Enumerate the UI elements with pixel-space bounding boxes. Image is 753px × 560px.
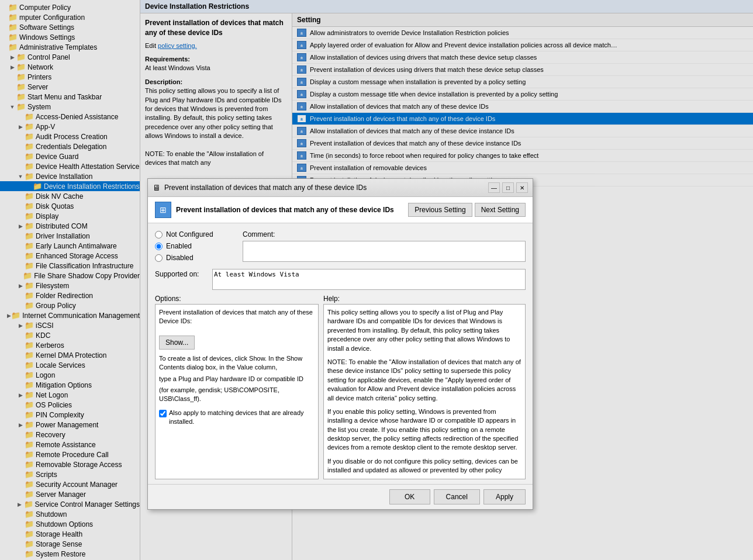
help-label: Help: (323, 295, 340, 303)
modal-close-btn[interactable]: ✕ (516, 182, 528, 193)
comment-textarea[interactable] (243, 241, 526, 262)
apply-btn[interactable]: Apply (483, 489, 526, 504)
modal-radio-group: Not Configured Enabled Disabled (155, 230, 231, 262)
modal-overlay: 🖥 Prevent installation of devices that m… (0, 0, 753, 560)
help-header: Help: (323, 295, 526, 303)
radio-disabled-label: Disabled (166, 254, 194, 262)
modal-maximize-btn[interactable]: □ (502, 182, 514, 193)
modal-policy-icon: ⊞ (155, 202, 171, 218)
help-text-4: If you disable or do not configure this … (327, 457, 521, 475)
options-text-1: Prevent installation of devices that mat… (159, 308, 315, 326)
previous-setting-btn[interactable]: Previous Setting (408, 203, 472, 217)
options-header: Options: (155, 295, 319, 303)
options-text-3: type a Plug and Play hardware ID or comp… (159, 375, 315, 383)
supported-label: Supported on: (155, 269, 208, 278)
radio-enabled[interactable]: Enabled (155, 242, 231, 250)
cancel-btn[interactable]: Cancel (434, 489, 480, 504)
checkbox-item: Also apply to matching devices that are … (159, 409, 315, 427)
modal-minimize-btn[interactable]: ― (488, 182, 500, 193)
help-text-3: If you enable this policy setting, Windo… (327, 407, 521, 452)
radio-not-configured-input[interactable] (155, 231, 163, 238)
show-btn-wrapper: Show... (159, 331, 315, 350)
help-text-1: This policy setting allows you to specif… (327, 308, 521, 353)
radio-disabled-input[interactable] (155, 254, 163, 262)
modal-header-row: ⊞ Prevent installation of devices that m… (148, 197, 533, 223)
modal-win-controls: ― □ ✕ (488, 182, 528, 193)
options-text-2: To create a list of devices, click Show.… (159, 354, 315, 372)
modal-title-text: Prevent installation of devices that mat… (164, 184, 367, 192)
comment-group: Comment: (243, 230, 526, 262)
modal-policy-icon-symbol: ⊞ (160, 205, 167, 215)
comment-label: Comment: (243, 230, 526, 238)
modal-titlebar: 🖥 Prevent installation of devices that m… (148, 179, 533, 197)
supported-section: Supported on: At least Windows Vista (148, 267, 533, 295)
modal-nav-buttons: Previous Setting Next Setting (408, 203, 526, 217)
options-label: Options: (155, 295, 181, 303)
radio-disabled[interactable]: Disabled (155, 254, 231, 262)
options-help-headers: Options: Help: (148, 295, 533, 304)
help-panel: This policy setting allows you to specif… (323, 304, 526, 479)
modal-policy-title: Prevent installation of devices that mat… (176, 206, 403, 214)
modal-title-icon: 🖥 (153, 183, 161, 192)
modal-title-left: 🖥 Prevent installation of devices that m… (153, 183, 367, 192)
radio-not-configured-label: Not Configured (166, 230, 213, 238)
radio-enabled-input[interactable] (155, 243, 163, 250)
supported-textarea: At least Windows Vista (212, 269, 526, 290)
show-btn[interactable]: Show... (159, 336, 195, 350)
radio-not-configured[interactable]: Not Configured (155, 230, 231, 238)
modal-radio-section: Not Configured Enabled Disabled Comment: (148, 223, 533, 267)
next-setting-btn[interactable]: Next Setting (475, 203, 526, 217)
ok-btn[interactable]: OK (389, 489, 430, 504)
options-panel: Prevent installation of devices that mat… (155, 304, 319, 479)
options-text-4: (for example, gendisk; USB\COMPOSITE, US… (159, 386, 315, 404)
radio-enabled-label: Enabled (166, 242, 192, 250)
modal-dialog: 🖥 Prevent installation of devices that m… (147, 178, 533, 510)
options-help-section: Prevent installation of devices that mat… (148, 304, 533, 484)
modal-footer: OK Cancel Apply (148, 484, 533, 509)
also-apply-checkbox[interactable] (159, 410, 167, 417)
help-text-2: NOTE: To enable the "Allow installation … (327, 358, 521, 403)
checkbox-label: Also apply to matching devices that are … (169, 409, 315, 427)
